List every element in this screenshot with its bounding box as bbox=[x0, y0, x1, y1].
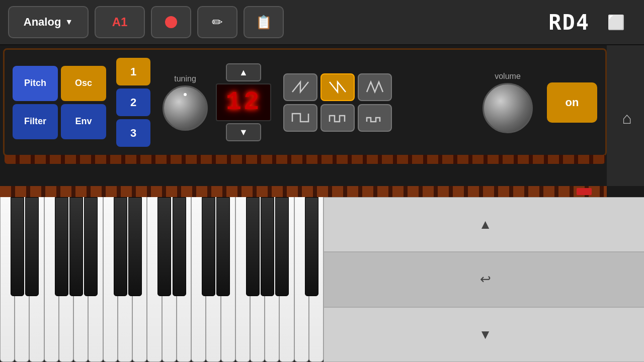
square-full-icon bbox=[291, 111, 309, 125]
piano-keyboard[interactable] bbox=[0, 197, 324, 362]
number-buttons: 1 2 3 bbox=[116, 58, 150, 147]
pitch-button[interactable]: Pitch bbox=[13, 66, 58, 101]
black-key[interactable] bbox=[305, 197, 318, 296]
num3-button[interactable]: 3 bbox=[116, 119, 150, 147]
sawtooth-up-icon bbox=[291, 80, 309, 94]
preset-id-label: A1 bbox=[112, 15, 128, 29]
clipboard-button[interactable]: 📋 bbox=[244, 6, 284, 38]
nav-back-button[interactable]: ↩ bbox=[324, 252, 644, 307]
pencil-icon: ✏ bbox=[212, 15, 223, 30]
display-up-button[interactable]: ▲ bbox=[226, 63, 261, 81]
record-icon bbox=[165, 16, 177, 28]
num1-button[interactable]: 1 bbox=[116, 58, 150, 85]
active-step-indicator bbox=[577, 188, 592, 195]
right-controls-synth: ⌂ bbox=[607, 45, 644, 186]
right-nav: ▲ ↩ ▼ bbox=[324, 197, 644, 362]
black-key[interactable] bbox=[11, 197, 24, 296]
preset-id-button[interactable]: A1 bbox=[95, 6, 145, 38]
tuning-section: tuning bbox=[163, 74, 208, 131]
triangle-icon bbox=[366, 80, 384, 94]
env-button[interactable]: Env bbox=[61, 104, 106, 139]
dropdown-arrow-icon: ▼ bbox=[65, 18, 73, 27]
nav-down-button[interactable]: ▼ bbox=[324, 307, 644, 362]
black-key[interactable] bbox=[261, 197, 274, 296]
synth-panel: Pitch Osc Filter Env 1 bbox=[3, 48, 607, 156]
preset-label: Analog bbox=[24, 16, 61, 29]
black-key[interactable] bbox=[69, 197, 83, 296]
on-button[interactable]: on bbox=[547, 82, 597, 123]
mode-buttons: Pitch Osc Filter Env bbox=[13, 66, 106, 139]
wave-square-full-button[interactable] bbox=[283, 104, 317, 132]
keyboard-area: ▲ ↩ ▼ bbox=[0, 197, 644, 362]
wave-square-half-button[interactable] bbox=[320, 104, 355, 132]
black-key[interactable] bbox=[157, 197, 171, 296]
synth-area: Pitch Osc Filter Env 1 bbox=[0, 45, 644, 186]
volume-knob[interactable] bbox=[482, 83, 533, 133]
black-key[interactable] bbox=[55, 197, 68, 296]
app-logo: RD4 bbox=[548, 10, 590, 35]
black-key[interactable] bbox=[173, 197, 186, 296]
up-arrow-icon: ▲ bbox=[239, 67, 248, 78]
volume-label: volume bbox=[495, 72, 521, 81]
black-key[interactable] bbox=[128, 197, 142, 296]
wave-triangle-button[interactable] bbox=[358, 73, 392, 101]
toolbar: Analog ▼ A1 ✏ 📋 RD4 ⬜ bbox=[0, 0, 644, 45]
display-section: ▲ 12 ▼ bbox=[216, 63, 271, 141]
wave-sawtooth-up-button[interactable] bbox=[283, 73, 317, 101]
osc-button[interactable]: Osc bbox=[61, 66, 106, 101]
square-short-icon bbox=[366, 111, 384, 125]
edit-button[interactable]: ✏ bbox=[197, 6, 237, 38]
black-key[interactable] bbox=[84, 197, 98, 296]
tuning-knob[interactable] bbox=[163, 85, 208, 131]
filter-button[interactable]: Filter bbox=[13, 104, 58, 139]
tuning-display: 12 bbox=[216, 83, 271, 121]
wood-strip bbox=[0, 186, 607, 197]
black-key[interactable] bbox=[202, 197, 215, 296]
window-icon[interactable]: ⬜ bbox=[607, 14, 625, 31]
volume-section: volume bbox=[482, 72, 533, 133]
down-arrow-icon: ▼ bbox=[239, 127, 248, 138]
num2-button[interactable]: 2 bbox=[116, 88, 150, 116]
top-right-spacer: ⬜ bbox=[596, 14, 636, 31]
nav-up-button[interactable]: ▲ bbox=[324, 197, 644, 252]
black-key[interactable] bbox=[275, 197, 289, 296]
display-down-button[interactable]: ▼ bbox=[226, 123, 261, 141]
record-button[interactable] bbox=[151, 6, 191, 38]
square-half-icon bbox=[329, 111, 347, 125]
waveform-section bbox=[283, 73, 392, 132]
black-key[interactable] bbox=[216, 197, 230, 296]
main-content: Pitch Osc Filter Env 1 bbox=[0, 45, 644, 362]
wave-sawtooth-down-button[interactable] bbox=[320, 73, 355, 101]
tuning-label: tuning bbox=[174, 74, 196, 83]
black-key[interactable] bbox=[246, 197, 260, 296]
preset-selector[interactable]: Analog ▼ bbox=[8, 6, 89, 38]
left-area: Pitch Osc Filter Env 1 bbox=[0, 45, 644, 362]
wave-square-short-button[interactable] bbox=[358, 104, 392, 132]
black-key[interactable] bbox=[25, 197, 39, 296]
black-key[interactable] bbox=[114, 197, 127, 296]
home-icon[interactable]: ⌂ bbox=[622, 109, 631, 128]
clipboard-icon: 📋 bbox=[256, 15, 272, 30]
sawtooth-down-icon bbox=[329, 80, 347, 94]
